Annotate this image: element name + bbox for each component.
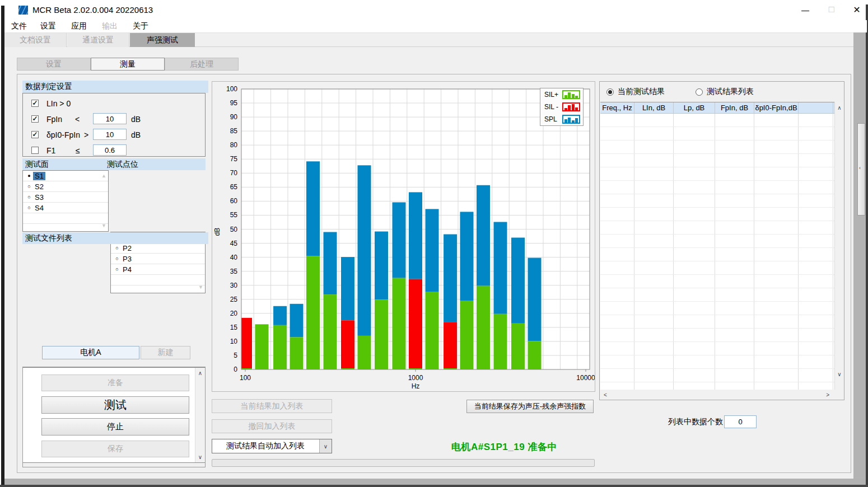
list-item[interactable]: ○ P3 [111,254,205,264]
tab-document-settings[interactable]: 文档设置 [4,33,67,48]
app-window: MCR Beta 2.02.0.004 20220613 — □ ✕ 文件 设置… [0,0,868,487]
list-item-empty [111,285,205,293]
dpi0-threshold-input[interactable] [93,129,127,140]
panel-collapse-handle[interactable]: ‹ [857,123,865,216]
table-cell [754,141,799,153]
table-cell [674,342,715,355]
result-list-radio[interactable] [696,88,703,96]
close-button[interactable]: ✕ [848,3,865,16]
stop-button[interactable]: 停止 [41,418,189,436]
file-list-header: 测试文件列表 [22,232,208,244]
criteria-row-lin: LIn > 0 [23,97,205,113]
table-cell [634,127,674,140]
f1-threshold-input[interactable] [93,144,127,156]
surface-list-title: 测试面 [25,160,49,170]
table-cell [674,181,715,194]
table-cell [799,315,833,328]
list-item[interactable]: ○ P2 [111,243,205,254]
table-cell [715,302,754,315]
table-cell [634,355,674,368]
table-cell [600,355,634,368]
auto-add-selected-option: 测试结果自动加入列表 [212,439,319,453]
list-item[interactable]: ○ S3 [23,192,108,203]
svg-text:35: 35 [230,268,238,275]
table-cell [715,342,754,355]
f1-checkbox[interactable] [31,147,39,154]
table-row [600,181,834,194]
table-cell [799,235,833,247]
subtab-measure[interactable]: 测量 [91,58,165,71]
fpin-threshold-input[interactable] [93,113,127,124]
lin-checkbox[interactable] [31,100,39,107]
auto-add-combobox[interactable]: 测试结果自动加入列表 ∨ [212,439,332,453]
table-cell [754,329,799,341]
list-item[interactable]: ○ S2 [23,181,108,192]
svg-text:100: 100 [226,85,237,93]
table-cell [674,355,715,368]
table-cell [600,342,634,355]
list-item[interactable]: ○ S4 [23,203,108,213]
fpin-label: FpIn [46,115,62,124]
scroll-up-icon[interactable]: ▲ [101,174,106,179]
control-group-box: 准备 测试 停止 保存 [22,367,206,467]
scroll-right-icon[interactable]: > [826,392,829,398]
table-cell [715,208,754,221]
scroll-left-icon[interactable]: < [604,392,607,398]
list-item[interactable]: ● S1 [23,171,108,181]
table-cell [634,141,674,153]
menu-apply[interactable]: 应用 [66,21,92,31]
table-cell [799,154,833,167]
chevron-down-icon: ∨ [324,443,328,449]
scroll-down-icon[interactable]: ▼ [198,285,203,290]
table-cell [715,248,754,261]
table-row [600,167,834,181]
table-cell [799,342,833,355]
table-cell [674,208,715,221]
list-item[interactable]: ○ P4 [111,264,205,275]
table-row [600,369,834,382]
svg-text:100: 100 [240,374,251,382]
legend-sil_minus-icon [562,102,580,111]
table-cell [754,315,799,328]
current-result-radio[interactable] [606,88,614,96]
subtab-setup[interactable]: 设置 [17,58,91,71]
table-cell [634,261,674,274]
scroll-up-icon[interactable]: ∧ [835,105,844,111]
table-header-cell[interactable]: Lp, dB [674,102,715,113]
scroll-down-icon[interactable]: ▼ [101,223,106,228]
table-header-cell[interactable]: LIn, dB [634,102,674,113]
svg-text:45: 45 [230,240,238,247]
subtab-postprocess[interactable]: 后处理 [165,58,239,71]
tab-sound-intensity-test[interactable]: 声强测试 [130,33,195,48]
scroll-down-icon[interactable]: ∨ [835,371,844,377]
menu-settings[interactable]: 设置 [35,21,62,31]
table-hscrollbar[interactable]: < > [600,390,844,400]
combobox-dropdown-button[interactable]: ∨ [319,439,332,453]
table-cell [715,154,754,167]
minimize-button[interactable]: — [797,4,814,16]
model-a-button[interactable]: 电机A [42,346,139,359]
radio-icon: ○ [25,205,33,210]
save-as-residual-button[interactable]: 当前结果保存为声压-残余声强指数 [466,400,594,413]
fpin-checkbox[interactable] [31,115,39,123]
table-header-cell[interactable]: FpIn, dB [715,102,754,113]
dpi0-checkbox[interactable] [31,131,39,138]
table-cell [799,382,833,390]
table-header-cell[interactable]: δpI0-FpIn,dB [754,102,799,113]
table-header-cell[interactable] [799,102,833,113]
test-button[interactable]: 测试 [41,396,189,414]
menu-about[interactable]: 关于 [127,21,154,31]
table-cell [674,315,715,328]
table-cell [754,355,799,368]
right-side-strip [853,32,866,479]
table-vscrollbar[interactable]: ∧ ∨ [834,102,844,390]
table-cell [754,248,799,261]
maximize-button[interactable]: □ [823,3,840,16]
svg-text:50: 50 [230,226,238,233]
table-cell [715,329,754,341]
list-item-label: S4 [33,204,45,212]
table-header-cell[interactable]: Freq., Hz [600,102,634,113]
new-model-button: 新建 [141,346,190,359]
tab-channel-settings[interactable]: 通道设置 [67,33,129,48]
menu-file[interactable]: 文件 [6,21,32,31]
